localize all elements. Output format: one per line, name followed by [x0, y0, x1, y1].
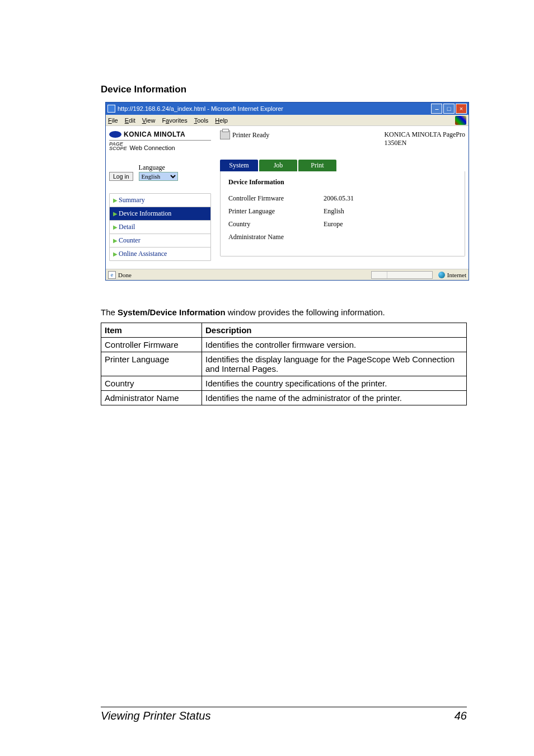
device-info-panel: Device Information Controller Firmware20…	[220, 171, 465, 256]
caption: The System/Device Information window pro…	[101, 307, 467, 317]
tab-print[interactable]: Print	[298, 160, 336, 171]
right-column: Printer Ready KONICA MINOLTA PagePro 135…	[211, 129, 465, 261]
done-icon: e	[108, 271, 116, 279]
brand-logo: KONICA MINOLTA	[109, 129, 211, 141]
language-label: Language	[139, 164, 178, 172]
left-column: KONICA MINOLTA PAGESCOPE Web Connection …	[109, 129, 211, 261]
row-country: CountryEurope	[228, 220, 457, 228]
arrow-icon: ▶	[113, 251, 118, 257]
table-row: Printer Language Identifies the display …	[101, 352, 467, 376]
page-number: 46	[455, 710, 467, 722]
arrow-icon: ▶	[113, 224, 118, 230]
progress-placeholder	[371, 271, 433, 279]
pagescope-icon: PAGESCOPE	[109, 142, 127, 151]
windows-flag-icon	[455, 116, 466, 125]
menu-edit[interactable]: Edit	[125, 117, 135, 124]
cell-desc: Identifies the name of the administrator…	[202, 391, 467, 405]
ie-icon	[107, 105, 115, 113]
tabs: System Job Print	[220, 160, 465, 171]
cell-item: Country	[101, 376, 202, 391]
menu-favorites[interactable]: Favorites	[162, 117, 187, 124]
brand-text: KONICA MINOLTA	[124, 130, 185, 138]
nav-online-assistance[interactable]: ▶Online Assistance	[110, 248, 210, 260]
arrow-icon: ▶	[113, 211, 118, 217]
brand-mark-icon	[109, 131, 121, 138]
printer-icon	[220, 130, 230, 139]
row-controller-firmware: Controller Firmware2006.05.31	[228, 194, 457, 203]
nav-counter[interactable]: ▶Counter	[110, 234, 210, 248]
menu-view[interactable]: View	[142, 117, 156, 124]
model-name: KONICA MINOLTA PagePro 1350EN	[384, 130, 465, 147]
zone-text: Internet	[447, 272, 466, 278]
table-row: Country Identifies the country specifica…	[101, 376, 467, 391]
tab-job[interactable]: Job	[259, 160, 297, 171]
cell-desc: Identifies the country specifications of…	[202, 376, 467, 391]
tab-system[interactable]: System	[220, 160, 258, 171]
subbrand-text: Web Connection	[130, 144, 175, 151]
ie-window: http://192.168.6.24/a_index.html - Micro…	[105, 102, 469, 281]
table-row: Administrator Name Identifies the name o…	[101, 391, 467, 405]
nav-detail[interactable]: ▶Detail	[110, 221, 210, 234]
maximize-button[interactable]: □	[443, 104, 455, 114]
side-nav: ▶Summary ▶Device Information ▶Detail ▶Co…	[109, 193, 211, 261]
cell-item: Administrator Name	[101, 391, 202, 405]
cell-item: Printer Language	[101, 352, 202, 376]
cell-desc: Identifies the controller firmware versi…	[202, 338, 467, 352]
window-titlebar: http://192.168.6.24/a_index.html - Micro…	[106, 102, 469, 115]
arrow-icon: ▶	[113, 197, 118, 203]
printer-status: Printer Ready	[232, 131, 269, 139]
row-admin-name: Administrator Name	[228, 233, 457, 241]
arrow-icon: ▶	[113, 237, 118, 244]
subbrand: PAGESCOPE Web Connection	[109, 141, 211, 155]
language-select[interactable]: English	[139, 172, 178, 181]
globe-icon	[438, 272, 445, 278]
menu-bar: File Edit View Favorites Tools Help	[106, 115, 469, 126]
menu-file[interactable]: File	[108, 117, 118, 124]
window-title: http://192.168.6.24/a_index.html - Micro…	[118, 105, 431, 112]
table-header-row: Item Description	[101, 323, 467, 338]
screenshot: http://192.168.6.24/a_index.html - Micro…	[105, 102, 469, 281]
cell-desc: Identifies the display language for the …	[202, 352, 467, 376]
close-button[interactable]: ×	[456, 104, 467, 114]
footer-section-title: Viewing Printer Status	[101, 710, 210, 722]
th-description: Description	[202, 323, 467, 338]
section-heading: Device Information	[101, 84, 467, 95]
cell-item: Controller Firmware	[101, 338, 202, 352]
menu-help[interactable]: Help	[215, 117, 228, 124]
th-item: Item	[101, 323, 202, 338]
page-body: KONICA MINOLTA PAGESCOPE Web Connection …	[106, 126, 469, 269]
table-row: Controller Firmware Identifies the contr…	[101, 338, 467, 352]
nav-device-information[interactable]: ▶Device Information	[110, 207, 210, 221]
page-footer: Viewing Printer Status 46	[101, 707, 467, 722]
status-bar: e Done Internet	[106, 269, 469, 280]
menu-tools[interactable]: Tools	[194, 117, 209, 124]
minimize-button[interactable]: ‒	[431, 104, 442, 114]
nav-summary[interactable]: ▶Summary	[110, 194, 210, 207]
panel-title: Device Information	[228, 178, 457, 186]
row-printer-language: Printer LanguageEnglish	[228, 207, 457, 216]
status-text: Done	[118, 272, 132, 278]
login-button[interactable]: Log in	[109, 172, 133, 181]
info-table: Item Description Controller Firmware Ide…	[101, 323, 467, 405]
